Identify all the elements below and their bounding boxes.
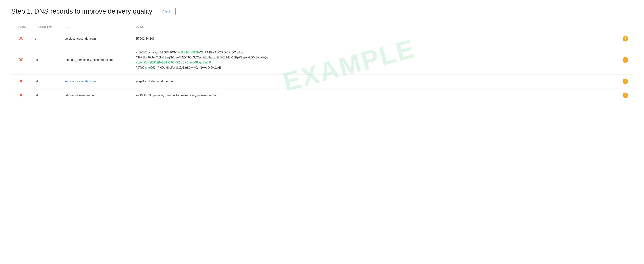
host-cell: service.nicesender.com [60, 32, 131, 46]
col-header-record-type: RECORD TYPE [30, 22, 60, 32]
action-cell[interactable]: ? [618, 46, 633, 74]
action-cell[interactable]: ? [618, 32, 633, 46]
dns-records-table: STATUS RECORD TYPE HOST VALUE ✕aservice.… [11, 22, 633, 102]
error-icon: ✕ [19, 57, 23, 63]
table-row: ✕txtmdmail._domainkey.nicesender.comv=DK… [12, 46, 633, 74]
table-row: ✕aservice.nicesender.com85.202.84.103? [12, 32, 633, 46]
page-title: Step 1. DNS records to improve delivery … [11, 7, 152, 15]
record-type-cell: txt [30, 46, 60, 74]
help-icon[interactable]: ? [622, 93, 628, 98]
table-row: ✕txt_dmarc.nicesender.comv=DMARC1; p=non… [12, 88, 633, 102]
check-button[interactable]: Check [157, 8, 176, 15]
host-cell: _dmarc.nicesender.com [60, 88, 131, 102]
status-cell: ✕ [12, 32, 30, 46]
value-cell: v=DKIM1;k=rsa;p=MIGfMA0GCSqGSIb3DQEBAQUA… [131, 46, 618, 74]
action-cell[interactable]: ? [618, 74, 633, 88]
col-header-value: VALUE [131, 22, 618, 32]
help-icon[interactable]: ? [622, 57, 628, 63]
col-header-host: HOST [60, 22, 131, 32]
table-row: ✕txtservice.nicesender.comv=spf1 include… [12, 74, 633, 88]
host-link[interactable]: service.nicesender.com [64, 80, 96, 83]
col-header-status: STATUS [12, 22, 30, 32]
table-header-row: STATUS RECORD TYPE HOST VALUE [12, 22, 633, 32]
action-cell[interactable]: ? [618, 88, 633, 102]
error-icon: ✕ [19, 93, 23, 98]
record-type-cell: txt [30, 88, 60, 102]
status-cell: ✕ [12, 88, 30, 102]
error-icon: ✕ [19, 79, 23, 84]
help-icon[interactable]: ? [622, 36, 628, 41]
host-cell[interactable]: service.nicesender.com [60, 74, 131, 88]
host-cell: mdmail._domainkey.nicesender.com [60, 46, 131, 74]
status-cell: ✕ [12, 46, 30, 74]
status-cell: ✕ [12, 74, 30, 88]
value-cell: v=DMARC1; p=none; rua=mailto:postmaster@… [131, 88, 618, 102]
value-cell: 85.202.84.103 [131, 32, 618, 46]
value-cell: v=spf1 include:msndr.net ~all [131, 74, 618, 88]
help-icon[interactable]: ? [622, 79, 628, 84]
page-header: Step 1. DNS records to improve delivery … [11, 7, 633, 15]
error-icon: ✕ [19, 36, 23, 41]
record-type-cell: txt [30, 74, 60, 88]
record-type-cell: a [30, 32, 60, 46]
col-header-action [618, 22, 633, 32]
